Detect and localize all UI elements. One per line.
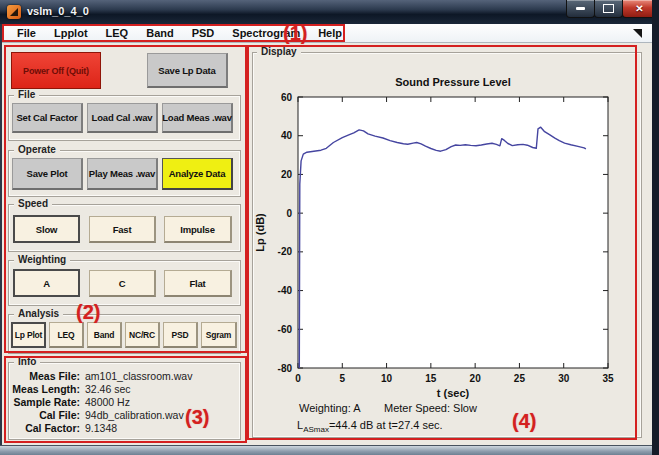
svg-text:25: 25 bbox=[514, 373, 526, 384]
load-meas-wav-button[interactable]: Load Meas .wav bbox=[162, 103, 233, 133]
analysis-leq-button[interactable]: LEQ bbox=[49, 322, 84, 348]
maximize-button[interactable] bbox=[594, 0, 623, 18]
svg-text:20: 20 bbox=[281, 169, 293, 180]
window-title: vslm_0_4_0 bbox=[27, 5, 89, 17]
info-label: Cal Factor: bbox=[6, 422, 80, 435]
minimize-button[interactable] bbox=[566, 0, 595, 18]
svg-text:Sound Pressure Level: Sound Pressure Level bbox=[395, 76, 511, 88]
svg-text:-80: -80 bbox=[278, 363, 293, 374]
info-label: Cal File: bbox=[6, 409, 80, 422]
menu-overflow-arrow-icon[interactable] bbox=[633, 29, 642, 38]
analysis-lp-plot-button[interactable]: Lp Plot bbox=[11, 322, 46, 348]
speed-group-label: Speed bbox=[14, 198, 52, 209]
info-label: Meas Length: bbox=[6, 383, 80, 396]
minimize-icon bbox=[576, 7, 585, 10]
desktop-edge bbox=[652, 0, 659, 455]
menu-item-file[interactable]: File bbox=[8, 27, 45, 39]
info-value: am101_classroom.wav bbox=[85, 370, 192, 383]
weighting-c-button[interactable]: C bbox=[89, 270, 156, 297]
weighting-a-button[interactable]: A bbox=[13, 269, 80, 297]
info-value: 94db_calibration.wav bbox=[85, 409, 184, 422]
save-plot-button[interactable]: Save Plot bbox=[12, 158, 83, 190]
menu-bar: File Lpplot LEQ Band PSD Spectrogram Hel… bbox=[2, 24, 652, 43]
info-group-label: Info bbox=[14, 356, 40, 367]
close-icon: ✕ bbox=[635, 3, 643, 14]
info-value: 32.46 sec bbox=[85, 383, 131, 396]
speed-impulse-button[interactable]: Impulse bbox=[164, 216, 232, 243]
chart-lmax-text: LASmax=44.4 dB at t=27.4 sec. bbox=[297, 419, 443, 434]
lmax-subscript: ASmax bbox=[303, 425, 329, 434]
svg-text:-20: -20 bbox=[278, 246, 293, 257]
file-group-label: File bbox=[14, 89, 39, 100]
svg-text:60: 60 bbox=[281, 92, 293, 103]
weighting-group-label: Weighting bbox=[14, 254, 70, 265]
analysis-group-label: Analysis bbox=[14, 308, 63, 319]
display-panel-label: Display bbox=[257, 46, 301, 57]
svg-text:0: 0 bbox=[295, 373, 301, 384]
svg-text:35: 35 bbox=[602, 373, 614, 384]
spl-chart: 051015202530356040200-20-40-60-80Sound P… bbox=[250, 60, 650, 410]
svg-text:10: 10 bbox=[381, 373, 393, 384]
analysis-band-button[interactable]: Band bbox=[87, 322, 122, 348]
analysis-sgram-button[interactable]: Sgram bbox=[201, 322, 237, 348]
screen: vslm_0_4_0 ✕ File Lpplot LEQ Band PSD Sp… bbox=[0, 0, 659, 455]
info-value: 9.1348 bbox=[85, 422, 117, 435]
info-row-cal-factor: Cal Factor: 9.1348 bbox=[6, 422, 240, 435]
info-row-meas-length: Meas Length: 32.46 sec bbox=[6, 383, 240, 396]
svg-text:30: 30 bbox=[558, 373, 570, 384]
menu-item-help[interactable]: Help bbox=[309, 27, 351, 39]
svg-text:0: 0 bbox=[286, 208, 292, 219]
menu-item-lpplot[interactable]: Lpplot bbox=[45, 27, 97, 39]
svg-text:40: 40 bbox=[281, 130, 293, 141]
chart-weighting-text: Weighting: A bbox=[299, 402, 361, 414]
info-value: 48000 Hz bbox=[85, 396, 130, 409]
power-off-quit-button[interactable]: Power Off (Quit) bbox=[11, 52, 101, 89]
menu-item-leq[interactable]: LEQ bbox=[97, 27, 138, 39]
analysis-psd-button[interactable]: PSD bbox=[163, 322, 198, 348]
info-label: Meas File: bbox=[6, 370, 80, 383]
menu-item-band[interactable]: Band bbox=[137, 27, 183, 39]
operate-group-label: Operate bbox=[14, 144, 60, 155]
svg-text:20: 20 bbox=[470, 373, 482, 384]
svg-text:t (sec): t (sec) bbox=[437, 387, 470, 399]
title-bar: vslm_0_4_0 ✕ bbox=[0, 0, 659, 24]
matlab-app-icon bbox=[7, 5, 21, 19]
menu-item-psd[interactable]: PSD bbox=[183, 27, 224, 39]
svg-text:5: 5 bbox=[340, 373, 346, 384]
svg-text:-60: -60 bbox=[278, 324, 293, 335]
svg-text:15: 15 bbox=[425, 373, 437, 384]
window-bottom-frame bbox=[0, 445, 652, 455]
set-cal-factor-button[interactable]: Set Cal Factor bbox=[12, 103, 83, 133]
info-row-sample-rate: Sample Rate: 48000 Hz bbox=[6, 396, 240, 409]
load-cal-wav-button[interactable]: Load Cal .wav bbox=[87, 103, 158, 133]
analysis-ncrc-button[interactable]: NC/RC bbox=[125, 322, 160, 348]
svg-text:Lp (dB): Lp (dB) bbox=[254, 213, 266, 252]
menu-item-spectrogram[interactable]: Spectrogram bbox=[223, 27, 309, 39]
info-row-meas-file: Meas File: am101_classroom.wav bbox=[6, 370, 240, 383]
maximize-icon bbox=[603, 4, 614, 13]
speed-slow-button[interactable]: Slow bbox=[13, 215, 80, 243]
play-meas-wav-button[interactable]: Play Meas .wav bbox=[87, 158, 158, 190]
analyze-data-button[interactable]: Analyze Data bbox=[162, 158, 233, 190]
info-label: Sample Rate: bbox=[6, 396, 80, 409]
speed-fast-button[interactable]: Fast bbox=[89, 216, 156, 243]
weighting-flat-button[interactable]: Flat bbox=[164, 270, 232, 297]
svg-text:-40: -40 bbox=[278, 285, 293, 296]
save-lp-data-button[interactable]: Save Lp Data bbox=[147, 53, 228, 88]
info-row-cal-file: Cal File: 94db_calibration.wav bbox=[6, 409, 240, 422]
chart-meter-speed-text: Meter Speed: Slow bbox=[384, 402, 477, 414]
